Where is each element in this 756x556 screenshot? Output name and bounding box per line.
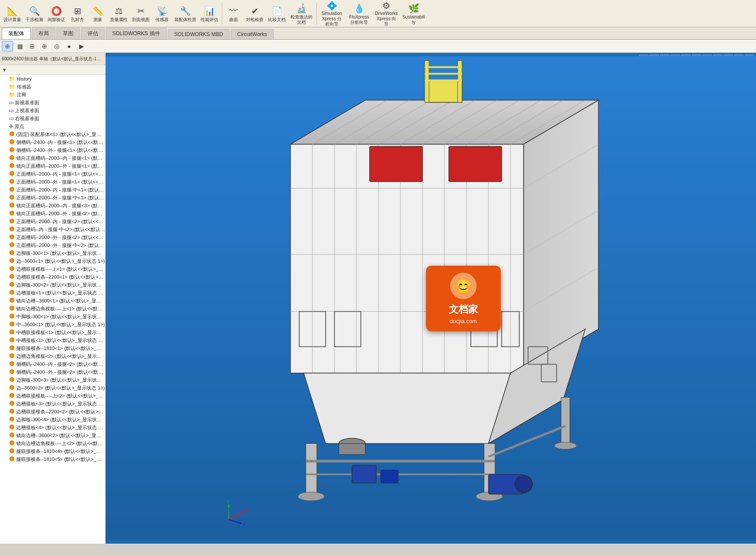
part15-icon <box>9 242 15 249</box>
tree-item-right-plane[interactable]: ▭ 右视基准面 <box>0 114 105 122</box>
tree-item-part35[interactable]: 边槽接板<3> (默认<<默认>_显示状态 1>) <box>0 400 105 408</box>
check-icon: ✔ <box>249 5 261 17</box>
sec-btn-expand[interactable]: ▶ <box>76 41 87 52</box>
tree-item-part10[interactable]: 镜向正面槽码--2000--内 - 接腿<3> (默认<<默认>_... <box>0 202 105 210</box>
toolbar-align[interactable]: ⊞ 孔对齐 <box>68 1 87 26</box>
tree-item-part6[interactable]: 正面槽码--2000--内 - 接腿<1> (默认<<默认>_显... <box>0 170 105 178</box>
secondary-toolbar: ⊕ ▦ ⊞ ⊕ ◎ ● ▶ <box>0 40 756 53</box>
tree-item-part40[interactable]: 镜向边槽边角模板----上<2> (默认<<默认>_显示状... <box>0 439 105 447</box>
tree-item-part20[interactable]: 边脚板-300<2> (默认<<默认>_显示状态 1>) <box>0 281 105 289</box>
tree-item-part25[interactable]: 中--3600<1> (默认<<默认>_显示状态 1>) <box>0 320 105 328</box>
tree-item-part39[interactable]: 镜向边槽--3600<2> (默认<<默认>_显示状态 1>) <box>0 431 105 439</box>
tree-item-annotation[interactable]: 📁 注释 <box>0 91 105 99</box>
sec-btn-1[interactable]: ⊕ <box>2 41 13 52</box>
svg-rect-100 <box>339 444 365 455</box>
toolbar-sensor[interactable]: 📡 传感器 <box>152 1 172 26</box>
toolbar-floXpress[interactable]: 💧 FloXpress 分析向导 <box>346 1 372 26</box>
svg-point-30 <box>10 369 14 374</box>
part12-label: 正面槽码--2000--内 - 接腿<2> (默认<<默认>_显... <box>16 218 105 225</box>
part16-label: 边脚板-300<1> (默认<<默认>_显示状态 1>) <box>16 250 105 257</box>
tree-item-part17[interactable]: 边--3600<1> (默认<<默认>_显示状态 1>) <box>0 257 105 265</box>
toolbar-hole-check[interactable]: ⭕ 间隙验证 <box>46 1 67 26</box>
tree-item-part27[interactable]: 中槽接板<1> (默认<<默认>_显示状态 1>) <box>0 336 105 344</box>
svg-point-33 <box>10 393 14 398</box>
part9-label: 正面槽码--2000--外 - 接腿·中<1> (默认<<默认>_... <box>16 195 105 201</box>
toolbar-driveworks[interactable]: ⚙ DriveWorksXpress 向导 <box>373 1 400 26</box>
toolbar-sustainability[interactable]: 🌿 Sustainability <box>400 1 427 26</box>
tree-item-part9[interactable]: 正面槽码--2000--外 - 接腿·中<1> (默认<<默认>_... <box>0 194 105 202</box>
tree-item-part36[interactable]: 边槽联接模条--2200<2> (默认<<默认>_显示状态... <box>0 408 105 416</box>
toolbar-dry-check[interactable]: 🔍 干涉检测 <box>24 1 45 26</box>
part6-label: 正面槽码--2000--内 - 接腿<1> (默认<<默认>_显... <box>16 171 105 177</box>
tab-evaluate[interactable]: 评估 <box>81 28 105 39</box>
toolbar-curve[interactable]: 〰 曲面 <box>224 1 243 26</box>
tree-item-part7[interactable]: 正面槽码--2000--外 - 接腿<1> (默认<<默认>_显... <box>0 178 105 186</box>
check-label: 对检检查 <box>246 17 264 22</box>
sec-btn-4[interactable]: ⊕ <box>39 41 50 52</box>
viewport[interactable]: ⊕ 🔍 ✏ 🔧 ⚙ 📋 🔄 ◉ ▦ ▶ ⬛ <box>106 53 756 544</box>
tree-item-part18[interactable]: 边槽联接模板----上<1> (默认<<默认>_显示状态 1>) <box>0 265 105 273</box>
tree-item-part34[interactable]: 边槽联接模板----上<2> (默认<<默认>_显示状态 1>) <box>0 392 105 400</box>
toolbar-measure[interactable]: 📏 测量 <box>88 1 107 26</box>
tree-item-part5[interactable]: 镜向正面槽码--2000--外 - 接腿<1> (默认<<默认>_... <box>0 162 105 170</box>
tab-circuitworks[interactable]: CircuitWorks <box>231 29 274 39</box>
sec-btn-5[interactable]: ◎ <box>51 41 62 52</box>
tree-item-part2[interactable]: 侧槽码--2400--内 - 接腿<1> (默认<<默认>_显示... <box>0 138 105 146</box>
tree-item-front-plane[interactable]: ▭ 前视基准面 <box>0 99 105 107</box>
tab-layout[interactable]: 布局 <box>32 28 55 39</box>
tree-item-part29[interactable]: 边槽边角模板<2> (默认<<默认>_显示状态 1>) <box>0 352 105 360</box>
toolbar-simxpress[interactable]: 💠 SimulationXpress 分析向导 <box>319 1 345 26</box>
tree-item-part23[interactable]: 镜向边槽边角模板----上<1> (默认<<默认>_显示状... <box>0 305 105 313</box>
tree-item-part4[interactable]: 镜向正面槽码--2000--内 - 接腿<1> (默认<<默认>_... <box>0 154 105 162</box>
tree-item-part8[interactable]: 正面槽码--2000--内 - 接腿·中<1> (默认<<默认>_... <box>0 186 105 194</box>
tree-item-part30[interactable]: 侧槽码--2400--内 - 接腿<2> (默认<<默认>_显示... <box>0 360 105 368</box>
tree-item-sensor[interactable]: 📁 传感器 <box>0 83 105 91</box>
tree-item-part15[interactable]: 正面槽码--2000--外 - 接腿·中<2> (默认<<默认>_... <box>0 241 105 249</box>
toolbar-mass-prop[interactable]: ⚖ 质量属性 <box>108 1 129 26</box>
tree-item-part22[interactable]: 镜向边槽--3600<1> (默认<<默认>_显示状态 1>) <box>0 297 105 305</box>
tree-item-part42[interactable]: 腿联接横条--1810<5> (默认<<默认>_显示状态 1... <box>0 455 105 463</box>
toolbar-check[interactable]: ✔ 对检检查 <box>244 1 265 26</box>
tree-item-part14[interactable]: 正面槽码--2000--外 - 接腿<2> (默认<<默认>_显... <box>0 233 105 241</box>
annotation-folder-icon: 📁 <box>9 92 15 98</box>
tree-item-part16[interactable]: 边脚板-300<1> (默认<<默认>_显示状态 1>) <box>0 249 105 257</box>
tree-item-part28[interactable]: 腿联接横条--1810<1> (默认<<默认>_显示状态 1... <box>0 344 105 352</box>
tree-item-part3[interactable]: 侧槽码--2400--外 - 接腿<1> (默认<<默认>_显示... <box>0 146 105 154</box>
part31-icon <box>9 368 15 376</box>
toolbar-compare-doc[interactable]: 📄 比较文档 <box>266 1 287 26</box>
tab-solidworks-mbd[interactable]: SOLIDWORKS MBD <box>168 29 230 39</box>
measure-icon: 📏 <box>92 5 104 17</box>
toolbar-inspect[interactable]: 🔬 检查激活的文档 <box>288 1 315 26</box>
tree-item-part13[interactable]: 正面槽码--内 - 接腿·中<2> (默认<<默认>_... <box>0 225 105 233</box>
tree-item-part38[interactable]: 边槽接板<4> (默认<<默认>_显示状态 1>) <box>0 423 105 431</box>
toolbar-section-view[interactable]: ✂ 剖面视图 <box>130 1 151 26</box>
toolbar-assembly[interactable]: 🔧 装配体性质 <box>172 1 198 26</box>
main-area: 6000x2400 除法器 单轴（默认<默认_显示状态-1>） ▼ 📁 Hist… <box>0 53 756 544</box>
sec-btn-3[interactable]: ⊞ <box>26 41 38 52</box>
tree-item-part1[interactable]: (固定) 装配基体<1> (默认<<默认>_显示状态-1>) <box>0 130 105 138</box>
tree-item-part19[interactable]: 边槽联接模条--2200<1> (默认<<默认>_显示状态... <box>0 273 105 281</box>
sec-btn-6[interactable]: ● <box>63 41 75 52</box>
tree-item-part41[interactable]: 腿联接横条--1810<4> (默认<<默认>_显示状态 1... <box>0 447 105 455</box>
tab-solidworks-plugin[interactable]: SOLIDWORKS 插件 <box>106 28 167 39</box>
tree-item-part33[interactable]: 边--3600<2> (默认<<默认>_显示状态 1>) <box>0 384 105 392</box>
tree-item-part37[interactable]: 边脚板-300<4> (默认<<默认>_显示状态 1>) <box>0 416 105 423</box>
tree-item-part31[interactable]: 侧槽码--2400--外 - 接腿<2> (默认<<默认>_显示... <box>0 368 105 376</box>
tab-assemble[interactable]: 装配体 <box>2 28 31 39</box>
tree-item-part26[interactable]: 中槽联接模板<1> (默认<<默认>_显示状态 1>) <box>0 328 105 336</box>
tree-item-top-plane[interactable]: ▭ 上视基准面 <box>0 107 105 114</box>
tree-item-origin[interactable]: ✛ 原点 <box>0 122 105 130</box>
tree-item-history[interactable]: 📁 History <box>0 75 105 83</box>
tab-drawing[interactable]: 草图 <box>56 28 80 39</box>
tree-item-part32[interactable]: 边脚板-300<3> (默认<<默认>_显示状态 1>) <box>0 376 105 384</box>
tree-item-part21[interactable]: 边槽接板<1> (默认<<默认>_显示状态 1>) <box>0 289 105 297</box>
tree-item-part12[interactable]: 正面槽码--2000--内 - 接腿<2> (默认<<默认>_显... <box>0 217 105 225</box>
tree-item-part24[interactable]: 中脚板-300<1> (默认<<默认>_显示状态 1>) <box>0 313 105 320</box>
toolbar-design-check[interactable]: 📐 设计算量 <box>2 1 23 26</box>
part7-icon <box>9 178 15 186</box>
part17-icon <box>9 258 15 265</box>
tree-item-part11[interactable]: 镜向正面槽码--2000--外 - 接腿<2> (默认<<默认>_... <box>0 210 105 217</box>
sidebar: 6000x2400 除法器 单轴（默认<默认_显示状态-1>） ▼ 📁 Hist… <box>0 53 106 544</box>
sec-btn-2[interactable]: ▦ <box>14 41 26 52</box>
toolbar-perf-eval[interactable]: 📊 性能评估 <box>199 1 220 26</box>
